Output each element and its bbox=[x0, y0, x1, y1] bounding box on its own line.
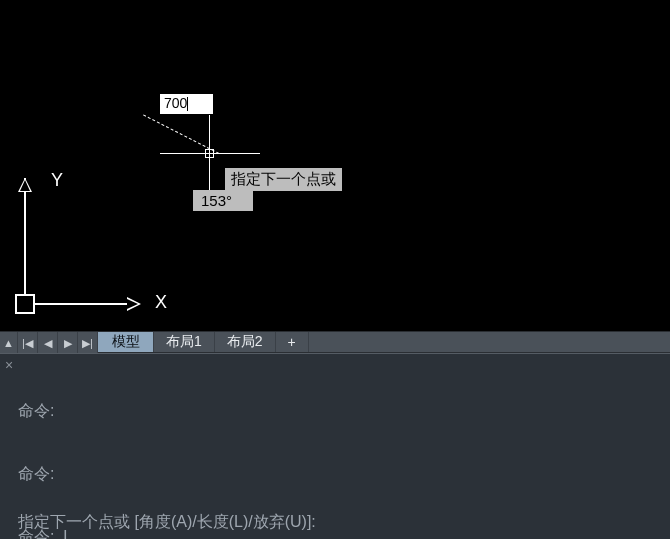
command-prompt[interactable]: 指定下一个点或 [角度(A)/长度(L)/放弃(U)]: bbox=[18, 512, 664, 533]
tab-first-button[interactable]: |◀ bbox=[18, 332, 38, 354]
tab-layout1[interactable]: 布局1 bbox=[154, 332, 215, 352]
tab-model[interactable]: 模型 bbox=[98, 332, 154, 352]
dynamic-angle-input[interactable]: 153° bbox=[193, 190, 253, 211]
crosshair-pickbox bbox=[205, 149, 214, 158]
ucs-y-label: Y bbox=[51, 170, 63, 191]
ucs-x-label: X bbox=[155, 292, 167, 313]
tab-add-button[interactable]: + bbox=[276, 332, 309, 352]
dynamic-tooltip: 指定下一个点或 bbox=[225, 168, 342, 191]
layout-tab-strip: ▲ |◀ ◀ ▶ ▶| 模型 布局1 布局2 + bbox=[0, 331, 670, 353]
ucs-icon: Y X bbox=[15, 170, 175, 330]
command-close-button[interactable]: × bbox=[2, 358, 16, 372]
tab-next-button[interactable]: ▶ bbox=[58, 332, 78, 354]
command-history-line: 命令: bbox=[18, 463, 664, 484]
command-history-line: 命令: bbox=[18, 400, 664, 421]
dynamic-length-input[interactable]: 700 bbox=[159, 93, 214, 115]
drawing-viewport[interactable]: Y X 700 指定下一个点或 153° bbox=[0, 0, 670, 331]
tab-layout2[interactable]: 布局2 bbox=[215, 332, 276, 352]
tab-prev-button[interactable]: ◀ bbox=[38, 332, 58, 354]
tab-scroll-up-button[interactable]: ▲ bbox=[0, 332, 18, 354]
command-window[interactable]: × 命令: 命令: 命令: L LINE 指定第一个点: 指定下一个点或 [角度… bbox=[0, 353, 670, 539]
dynamic-length-value: 700 bbox=[164, 95, 187, 111]
tab-last-button[interactable]: ▶| bbox=[78, 332, 98, 354]
